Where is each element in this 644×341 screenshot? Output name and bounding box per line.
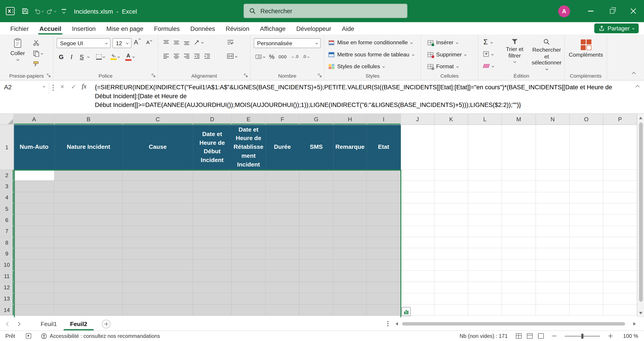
redo-button[interactable] bbox=[46, 8, 56, 15]
cell-A4[interactable] bbox=[14, 192, 54, 203]
worksheet-grid[interactable]: ABCDEFGHIJKLMNOP 1Num-AutoNature Inciden… bbox=[0, 114, 637, 317]
cell-C2[interactable] bbox=[123, 170, 193, 181]
cell-O4[interactable] bbox=[570, 192, 604, 203]
cell-F8[interactable] bbox=[266, 237, 300, 248]
cell-N12[interactable] bbox=[536, 282, 570, 293]
cell-F13[interactable] bbox=[266, 293, 300, 304]
tab-revision[interactable]: Révision bbox=[220, 22, 254, 35]
cell-J11[interactable] bbox=[401, 271, 435, 282]
cell-P13[interactable] bbox=[603, 293, 637, 304]
orientation-button[interactable] bbox=[194, 39, 203, 45]
cell-C3[interactable] bbox=[123, 181, 193, 192]
name-box[interactable]: A2 bbox=[0, 81, 49, 113]
row-header-1[interactable]: 1 bbox=[0, 125, 14, 170]
cell-D5[interactable] bbox=[193, 203, 232, 215]
cell-K6[interactable] bbox=[434, 215, 468, 226]
sort-filter-button[interactable]: Trier et filtrer bbox=[500, 39, 529, 63]
cell-N5[interactable] bbox=[536, 203, 570, 215]
cell-G11[interactable] bbox=[300, 271, 334, 282]
zoom-slider[interactable] bbox=[565, 336, 600, 336]
cell-H9[interactable] bbox=[334, 248, 367, 259]
scroll-left-icon[interactable] bbox=[396, 322, 398, 325]
decrease-indent-button[interactable] bbox=[194, 54, 200, 59]
avatar[interactable]: A bbox=[558, 5, 570, 17]
cell-M1[interactable] bbox=[502, 125, 536, 170]
formula-bar-handle[interactable] bbox=[52, 85, 54, 86]
cell-I2[interactable] bbox=[367, 170, 401, 181]
cell-J3[interactable] bbox=[401, 181, 435, 192]
cell-F7[interactable] bbox=[266, 226, 300, 237]
comma-style-button[interactable]: 000 bbox=[278, 54, 287, 59]
horizontal-scrollbar[interactable] bbox=[396, 321, 636, 327]
horizontal-scroll-thumb[interactable] bbox=[402, 322, 625, 325]
cell-H3[interactable] bbox=[334, 181, 367, 192]
cell-D11[interactable] bbox=[193, 271, 232, 282]
cell-G6[interactable] bbox=[300, 215, 334, 226]
cancel-entry-button[interactable]: × bbox=[60, 83, 64, 90]
cell-M5[interactable] bbox=[502, 203, 536, 215]
normal-view-icon[interactable] bbox=[516, 333, 522, 339]
zoom-out-button[interactable] bbox=[552, 336, 556, 336]
tab-affichage[interactable]: Affichage bbox=[255, 22, 291, 35]
cell-K1[interactable] bbox=[434, 125, 468, 170]
macro-record-icon[interactable] bbox=[26, 333, 31, 339]
excel-logo-icon[interactable] bbox=[4, 4, 16, 18]
cell-D3[interactable] bbox=[193, 181, 232, 192]
grow-font-button[interactable]: A bbox=[134, 39, 140, 46]
vertical-scroll-thumb[interactable] bbox=[639, 122, 643, 302]
cell-E2[interactable] bbox=[232, 170, 266, 181]
cell-B5[interactable] bbox=[54, 203, 123, 215]
cell-K14[interactable] bbox=[434, 304, 468, 316]
cell-K8[interactable] bbox=[434, 237, 468, 248]
cell-C5[interactable] bbox=[123, 203, 193, 215]
cell-D12[interactable] bbox=[193, 282, 232, 293]
cell-O7[interactable] bbox=[570, 226, 604, 237]
insert-function-button[interactable]: fx bbox=[82, 83, 86, 90]
cell-C11[interactable] bbox=[123, 271, 193, 282]
cell-I6[interactable] bbox=[367, 215, 401, 226]
wrap-text-button[interactable] bbox=[227, 39, 234, 45]
table-header-cell-B[interactable]: Nature Incident bbox=[54, 125, 123, 170]
cell-P6[interactable] bbox=[603, 215, 637, 226]
cell-G2[interactable] bbox=[300, 170, 334, 181]
addins-button[interactable]: Compléments bbox=[568, 39, 604, 58]
row-header-13[interactable]: 13 bbox=[0, 293, 14, 304]
cell-O12[interactable] bbox=[570, 282, 604, 293]
cell-N13[interactable] bbox=[536, 293, 570, 304]
enter-entry-button[interactable]: ✓ bbox=[71, 83, 76, 90]
collapse-ribbon-button[interactable] bbox=[632, 72, 636, 76]
cell-O9[interactable] bbox=[570, 248, 604, 259]
cell-B8[interactable] bbox=[54, 237, 123, 248]
font-name-combo[interactable]: Segoe UI bbox=[56, 38, 110, 48]
cell-G5[interactable] bbox=[300, 203, 334, 215]
increase-decimal-button[interactable]: ←.0 bbox=[291, 54, 298, 59]
format-cells-button[interactable]: Format bbox=[428, 63, 458, 70]
cell-D9[interactable] bbox=[193, 248, 232, 259]
cell-D4[interactable] bbox=[193, 192, 232, 203]
cell-G14[interactable] bbox=[300, 304, 334, 316]
row-header-11[interactable]: 11 bbox=[0, 271, 14, 282]
cell-B2[interactable] bbox=[54, 170, 123, 181]
tab-developpeur[interactable]: Développeur bbox=[291, 22, 336, 35]
cell-K9[interactable] bbox=[434, 248, 468, 259]
row-header-3[interactable]: 3 bbox=[0, 181, 14, 192]
cell-M7[interactable] bbox=[502, 226, 536, 237]
cell-I8[interactable] bbox=[367, 237, 401, 248]
share-button[interactable]: Partager bbox=[594, 24, 639, 33]
cell-O5[interactable] bbox=[570, 203, 604, 215]
cell-O14[interactable] bbox=[570, 304, 604, 316]
cell-I11[interactable] bbox=[367, 271, 401, 282]
cell-A13[interactable] bbox=[14, 293, 54, 304]
cell-C4[interactable] bbox=[123, 192, 193, 203]
undo-button[interactable] bbox=[34, 8, 44, 15]
cell-A11[interactable] bbox=[14, 271, 54, 282]
quick-analysis-button[interactable] bbox=[402, 307, 410, 316]
cell-N4[interactable] bbox=[536, 192, 570, 203]
cell-E6[interactable] bbox=[232, 215, 266, 226]
cell-P7[interactable] bbox=[603, 226, 637, 237]
cell-L14[interactable] bbox=[468, 304, 502, 316]
cell-N2[interactable] bbox=[536, 170, 570, 181]
row-header-9[interactable]: 9 bbox=[0, 248, 14, 259]
minimize-button[interactable] bbox=[580, 0, 601, 22]
tab-aide[interactable]: Aide bbox=[336, 22, 360, 35]
